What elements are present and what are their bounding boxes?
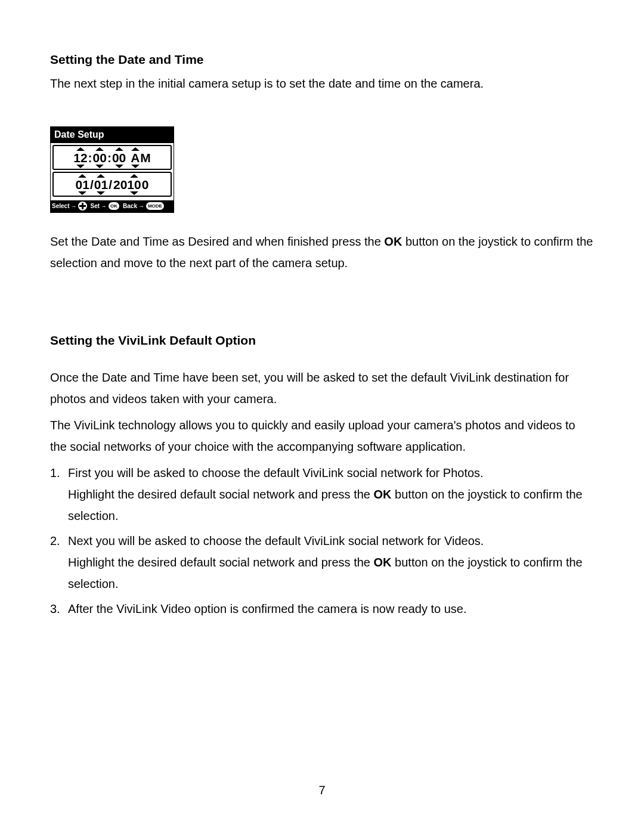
hint-back-label: Back <box>123 203 137 209</box>
item-number: 1. <box>50 462 68 527</box>
ok-emphasis: OK <box>384 235 402 248</box>
list-item: 1. First you will be asked to choose the… <box>50 462 594 527</box>
lcd-screen: Date Setup 12 : 00 <box>50 126 174 213</box>
text-fragment: Set the Date and Time as Desired and whe… <box>50 235 384 248</box>
date-separator: / <box>89 178 94 191</box>
second-value: 00 <box>112 151 126 164</box>
time-separator: : <box>88 151 93 164</box>
item-line: Highlight the desired default social net… <box>68 552 594 594</box>
date-setup-figure: Date Setup 12 : 00 <box>50 126 594 213</box>
down-arrow-icon <box>78 191 86 195</box>
ampm-first: A <box>131 151 140 164</box>
list-item: 3. After the ViviLink Video option is co… <box>50 598 594 620</box>
down-arrow-icon <box>115 165 123 168</box>
item-number: 2. <box>50 530 68 594</box>
heading-date-time: Setting the Date and Time <box>50 52 594 67</box>
dpad-icon <box>78 202 87 210</box>
item-line: After the ViviLink Video option is confi… <box>68 598 594 620</box>
down-arrow-icon <box>95 165 104 168</box>
ok-emphasis: OK <box>374 488 392 501</box>
ampm-spinner: A <box>131 147 140 168</box>
ok-emphasis: OK <box>374 556 392 569</box>
second-spinner: 00 <box>112 147 126 168</box>
list-item: 2. Next you will be asked to choose the … <box>50 530 594 594</box>
day-spinner: 01 <box>94 174 108 195</box>
heading-vivilink: Setting the ViviLink Default Option <box>50 333 594 348</box>
para-set-date: Set the Date and Time as Desired and whe… <box>50 231 594 274</box>
right-arrow-icon: → <box>70 203 77 209</box>
down-arrow-icon <box>97 191 105 195</box>
down-arrow-icon <box>130 191 138 195</box>
item-line: Highlight the desired default social net… <box>68 484 594 527</box>
month-value: 01 <box>76 178 89 191</box>
day-value: 01 <box>94 178 108 191</box>
lcd-hint-bar: Select → Set → OK Back → MODE <box>51 200 174 212</box>
text-fragment: Highlight the desired default social net… <box>68 488 374 501</box>
ampm-rest: M <box>140 151 151 164</box>
time-field: 12 : 00 : 00 <box>52 145 172 170</box>
vivilink-steps: 1. First you will be asked to choose the… <box>50 462 594 620</box>
down-arrow-icon <box>131 165 140 168</box>
lcd-title: Date Setup <box>51 127 174 143</box>
space <box>126 151 131 164</box>
vivilink-p1: Once the Date and Time have been set, yo… <box>50 367 594 410</box>
date-separator: / <box>108 178 113 191</box>
year-spinner: 10 <box>127 174 141 195</box>
right-arrow-icon: → <box>101 203 107 209</box>
month-spinner: 01 <box>76 174 89 195</box>
century-value: 20 <box>113 178 127 191</box>
lcd-body: 12 : 00 : 00 <box>51 143 174 200</box>
hint-select-label: Select <box>52 203 69 209</box>
page-number: 7 <box>0 784 644 797</box>
text-fragment: Highlight the desired default social net… <box>68 556 374 569</box>
item-line: Next you will be asked to choose the def… <box>68 530 594 552</box>
down-arrow-icon <box>76 165 85 168</box>
vivilink-p2: The ViviLink technology allows you to qu… <box>50 414 594 457</box>
time-separator: : <box>107 151 112 164</box>
minute-value: 00 <box>93 151 107 164</box>
minute-spinner: 00 <box>93 147 107 168</box>
date-field: 01 / 01 / 20 10 <box>52 172 172 197</box>
mode-icon: MODE <box>146 202 164 210</box>
ok-icon: OK <box>109 202 119 210</box>
item-number: 3. <box>50 598 68 620</box>
hour-value: 12 <box>73 151 87 164</box>
hour-spinner: 12 <box>73 147 87 168</box>
intro-date-time: The next step in the initial camera setu… <box>50 73 594 94</box>
right-arrow-icon: → <box>138 203 145 209</box>
item-line: First you will be asked to choose the de… <box>68 462 594 484</box>
year-value: 10 <box>127 178 141 191</box>
year-trail: 0 <box>141 178 149 191</box>
hint-set-label: Set <box>90 203 100 209</box>
manual-page: Setting the Date and Time The next step … <box>0 0 644 833</box>
